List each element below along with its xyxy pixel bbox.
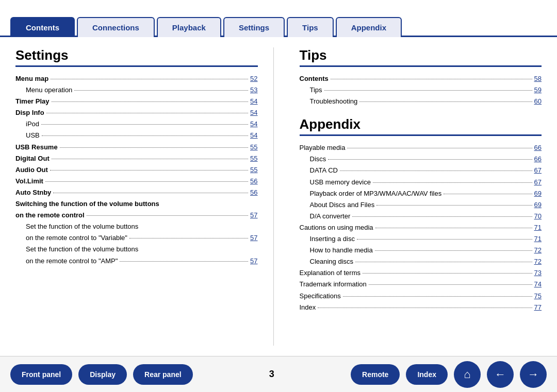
toc-page[interactable]: 73: [534, 267, 542, 279]
toc-entry: Specifications75: [300, 291, 542, 302]
toc-page[interactable]: 71: [534, 222, 542, 233]
toc-page[interactable]: 67: [534, 165, 542, 176]
toc-entry: About Discs and Files69: [300, 199, 542, 211]
toc-label: Disp Info: [15, 107, 44, 118]
toc-dots: [331, 79, 532, 79]
display-btn[interactable]: Display: [78, 364, 127, 385]
toc-entry: Inserting a disc71: [300, 233, 542, 245]
toc-dots: [369, 284, 532, 285]
toc-dots: [359, 101, 532, 102]
toc-entry: Trademark information74: [300, 279, 542, 290]
toc-page[interactable]: 67: [534, 177, 542, 188]
toc-label: Set the function of the volume buttons: [26, 244, 138, 255]
toc-label: Index: [300, 302, 316, 313]
toc-dots: [50, 170, 248, 171]
toc-dots: [46, 113, 248, 113]
toc-page[interactable]: 56: [250, 187, 257, 198]
toc-label: USB: [26, 130, 40, 141]
toc-page[interactable]: 55: [250, 142, 257, 153]
toc-page[interactable]: 59: [534, 84, 542, 96]
remote-btn[interactable]: Remote: [351, 364, 400, 385]
toc-entry: Menu map52: [15, 73, 258, 84]
toc-dots: [74, 90, 248, 91]
top-tabs: Contents Connections Playback Settings T…: [0, 0, 557, 37]
toc-label: DATA CD: [310, 165, 338, 176]
toc-dots: [376, 205, 532, 206]
toc-page[interactable]: 54: [250, 130, 257, 141]
toc-dots: [373, 182, 532, 183]
toc-page[interactable]: 70: [534, 211, 542, 222]
toc-dots: [375, 250, 532, 251]
toc-page[interactable]: 54: [250, 107, 257, 118]
toc-dots: [129, 238, 248, 238]
tab-settings[interactable]: Settings: [223, 17, 285, 37]
toc-entry: Vol.Limit56: [15, 176, 258, 187]
toc-page[interactable]: 57: [250, 210, 257, 221]
tips-toc: Contents58Tips59Troubleshooting60: [300, 73, 542, 107]
tab-tips[interactable]: Tips: [287, 17, 334, 37]
tab-connections[interactable]: Connections: [77, 17, 155, 37]
toc-page[interactable]: 77: [534, 302, 542, 313]
toc-label: Playback order of MP3/WMA/AAC/WAV files: [310, 188, 442, 199]
tab-playback[interactable]: Playback: [157, 17, 221, 37]
toc-page[interactable]: 74: [534, 279, 542, 290]
toc-dots: [42, 135, 248, 136]
toc-page[interactable]: 60: [534, 96, 542, 107]
appendix-title: Appendix: [300, 116, 542, 136]
toc-label: on the remote control to "Variable": [26, 232, 127, 244]
toc-page[interactable]: 72: [534, 256, 542, 267]
settings-title: Settings: [15, 47, 258, 67]
toc-page[interactable]: 54: [250, 118, 257, 130]
toc-label: Inserting a disc: [310, 233, 355, 245]
toc-label: Explanation of terms: [300, 267, 361, 279]
toc-label: Timer Play: [15, 96, 50, 107]
toc-page[interactable]: 57: [250, 255, 257, 267]
toc-entry: DATA CD67: [300, 165, 542, 176]
toc-page[interactable]: 55: [250, 153, 257, 164]
home-btn[interactable]: ⌂: [454, 361, 481, 388]
toc-page[interactable]: 54: [250, 96, 257, 107]
toc-dots: [357, 239, 532, 240]
toc-dots: [45, 181, 248, 182]
settings-toc: Menu map52Menu operation53Timer Play54Di…: [15, 73, 258, 267]
toc-label: Cautions on using media: [300, 222, 373, 233]
toc-entry: on the remote control to "Variable"57: [15, 232, 258, 244]
tab-contents[interactable]: Contents: [10, 17, 75, 37]
toc-page[interactable]: 69: [534, 188, 542, 199]
toc-page[interactable]: 66: [534, 142, 542, 154]
tips-title: Tips: [300, 47, 542, 67]
toc-page[interactable]: 72: [534, 245, 542, 256]
settings-section: Settings Menu map52Menu operation53Timer…: [15, 47, 274, 346]
tab-appendix[interactable]: Appendix: [336, 17, 402, 37]
front-panel-btn[interactable]: Front panel: [10, 364, 72, 385]
toc-label: Digital Out: [15, 153, 50, 164]
toc-dots: [41, 124, 248, 125]
toc-label: About Discs and Files: [310, 199, 375, 211]
toc-entry: D/A converter70: [300, 211, 542, 222]
toc-page[interactable]: 57: [250, 232, 257, 244]
toc-page[interactable]: 66: [534, 154, 542, 165]
toc-label: Tips: [310, 84, 322, 96]
toc-entry: Set the function of the volume buttons: [15, 244, 258, 255]
toc-page[interactable]: 58: [534, 73, 542, 84]
toc-page[interactable]: 71: [534, 233, 542, 245]
toc-dots: [347, 148, 532, 148]
toc-label: Troubleshooting: [310, 96, 358, 107]
toc-page[interactable]: 69: [534, 199, 542, 211]
forward-btn[interactable]: →: [520, 361, 547, 388]
toc-entry: Audio Out55: [15, 164, 258, 176]
toc-page[interactable]: 53: [250, 84, 257, 96]
toc-page[interactable]: 56: [250, 176, 257, 187]
toc-page[interactable]: 75: [534, 291, 542, 302]
home-icon: ⌂: [464, 368, 470, 381]
toc-entry: Playable media66: [300, 142, 542, 154]
toc-label: Menu map: [15, 73, 48, 84]
index-btn[interactable]: Index: [406, 364, 448, 385]
toc-page[interactable]: 55: [250, 164, 257, 176]
toc-page[interactable]: 52: [250, 73, 257, 84]
toc-entry: Index77: [300, 302, 542, 313]
toc-entry: Contents58: [300, 73, 542, 84]
toc-entry: Disp Info54: [15, 107, 258, 118]
rear-panel-btn[interactable]: Rear panel: [133, 364, 193, 385]
back-btn[interactable]: ←: [487, 361, 514, 388]
